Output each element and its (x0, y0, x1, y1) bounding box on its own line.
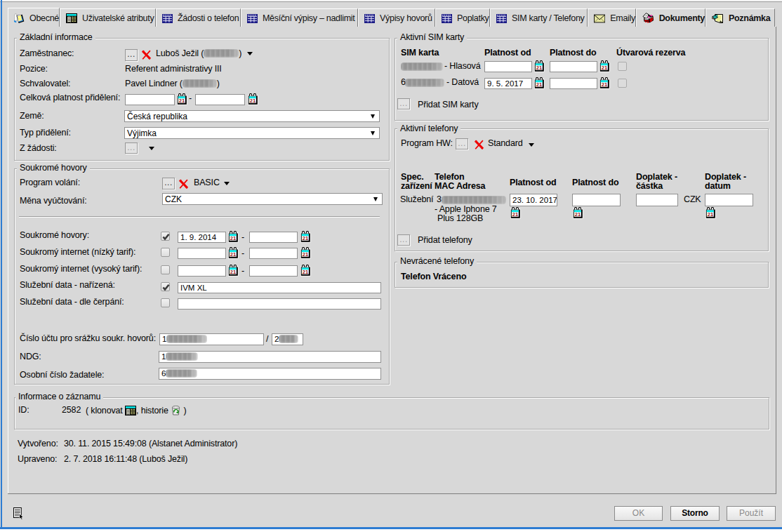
svg-text:21: 21 (303, 251, 308, 258)
svg-text:21: 21 (536, 81, 542, 88)
svg-text:21: 21 (303, 269, 308, 275)
svg-text:21: 21 (179, 98, 185, 104)
svg-text:21: 21 (512, 211, 518, 218)
svg-text:21: 21 (303, 235, 308, 241)
svg-text:21: 21 (250, 98, 256, 104)
svg-text:21: 21 (602, 81, 607, 88)
svg-text:21: 21 (230, 269, 236, 275)
svg-text:21: 21 (708, 211, 713, 218)
svg-text:21: 21 (602, 65, 607, 71)
svg-text:21: 21 (536, 65, 542, 71)
svg-text:21: 21 (230, 235, 236, 241)
svg-text:21: 21 (575, 211, 581, 218)
svg-text:21: 21 (230, 251, 236, 258)
